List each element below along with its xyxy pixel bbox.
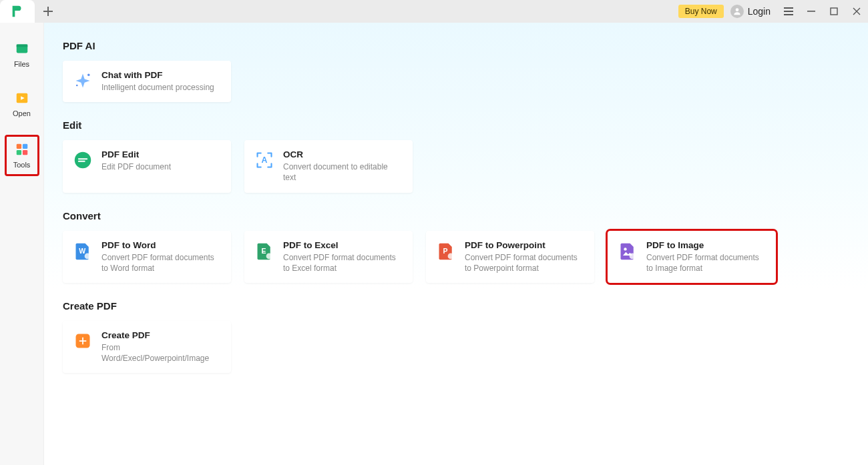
plus-icon (43, 7, 53, 16)
open-icon (15, 91, 29, 105)
svg-point-22 (624, 248, 626, 250)
svg-point-0 (735, 8, 738, 11)
sidebar: Files Open Tools (0, 23, 44, 465)
card-pdf-to-excel[interactable]: E PDF to Excel Convert PDF format docume… (244, 231, 413, 283)
card-create-pdf[interactable]: Create PDF From Word/Execl/Powerpoint/Im… (63, 321, 231, 373)
card-title: Create PDF (101, 330, 220, 340)
card-chat-with-pdf[interactable]: Chat with PDF Intelligent document proce… (63, 61, 231, 102)
sidebar-item-files[interactable]: Files (5, 36, 39, 73)
card-title: PDF to Excel (283, 240, 402, 250)
app-tab[interactable] (0, 0, 35, 23)
svg-point-19 (266, 253, 272, 259)
image-icon (618, 242, 637, 260)
avatar-icon (730, 5, 744, 18)
cards-pdfai: Chat with PDF Intelligent document proce… (63, 61, 849, 102)
cards-convert: W PDF to Word Convert PDF format documen… (63, 231, 849, 283)
cards-edit: PDF Edit Edit PDF document A OCR Convert… (63, 140, 849, 192)
close-icon (853, 7, 861, 15)
maximize-button[interactable] (823, 1, 845, 21)
card-text: PDF to Image Convert PDF format document… (646, 240, 765, 274)
card-text: Chat with PDF Intelligent document proce… (101, 70, 220, 93)
ocr-icon: A (255, 151, 274, 169)
svg-rect-2 (831, 8, 837, 15)
login-button[interactable]: Login (730, 5, 771, 18)
card-text: PDF to Powerpoint Convert PDF format doc… (465, 240, 584, 274)
app-logo-icon (10, 4, 25, 19)
create-pdf-icon (73, 332, 92, 350)
sidebar-item-open[interactable]: Open (5, 85, 39, 123)
content: PDF AI Chat with PDF Intelligent documen… (44, 23, 868, 465)
svg-rect-8 (22, 144, 27, 149)
card-title: Chat with PDF (101, 70, 220, 80)
card-text: PDF to Excel Convert PDF format document… (283, 240, 402, 274)
sidebar-item-label: Files (14, 60, 29, 68)
tools-icon (15, 142, 29, 157)
card-title: PDF to Image (646, 240, 765, 250)
svg-rect-10 (22, 150, 27, 155)
svg-point-17 (85, 253, 91, 259)
card-title: PDF to Powerpoint (465, 240, 584, 250)
minimize-button[interactable] (800, 1, 823, 21)
section-title-create: Create PDF (63, 300, 849, 312)
pdf-edit-icon (73, 151, 92, 169)
card-title: PDF to Word (101, 240, 220, 250)
card-desc: Convert PDF format documents to Word for… (101, 252, 220, 274)
card-desc: Convert PDF format documents to Image fo… (646, 252, 765, 274)
word-icon: W (73, 242, 92, 260)
sparkle-icon (73, 71, 92, 90)
cards-create: Create PDF From Word/Execl/Powerpoint/Im… (63, 321, 849, 373)
menu-button[interactable] (777, 1, 800, 21)
svg-text:W: W (79, 247, 85, 255)
workspace: Files Open Tools PDF AI (0, 23, 868, 465)
section-title-convert: Convert (63, 210, 849, 221)
section-title-edit: Edit (63, 119, 849, 131)
sidebar-item-label: Tools (13, 161, 31, 169)
section-title-pdfai: PDF AI (63, 40, 849, 51)
sidebar-item-label: Open (13, 109, 31, 117)
svg-marker-11 (76, 74, 90, 88)
titlebar: Buy Now Login (0, 0, 868, 23)
minimize-icon (807, 7, 815, 15)
svg-point-12 (87, 74, 90, 77)
files-icon (15, 41, 29, 56)
hamburger-icon (784, 7, 793, 15)
svg-rect-1 (807, 11, 815, 12)
svg-text:A: A (262, 156, 268, 165)
card-title: PDF Edit (101, 149, 220, 159)
svg-text:P: P (443, 247, 448, 255)
svg-point-21 (448, 253, 454, 259)
svg-rect-4 (16, 45, 27, 47)
card-text: OCR Convert document to editable text (283, 149, 402, 183)
maximize-icon (830, 7, 838, 15)
card-desc: Convert PDF format documents to Powerpoi… (465, 252, 584, 274)
login-label: Login (748, 6, 771, 17)
card-pdf-to-word[interactable]: W PDF to Word Convert PDF format documen… (63, 231, 231, 283)
card-desc: Convert PDF format documents to Excel fo… (283, 252, 402, 274)
card-ocr[interactable]: A OCR Convert document to editable text (244, 140, 413, 192)
card-text: Create PDF From Word/Execl/Powerpoint/Im… (101, 330, 220, 364)
card-pdf-to-powerpoint[interactable]: P PDF to Powerpoint Convert PDF format d… (426, 231, 594, 283)
card-pdf-edit[interactable]: PDF Edit Edit PDF document (63, 140, 231, 192)
svg-point-23 (630, 253, 636, 259)
card-pdf-to-image[interactable]: PDF to Image Convert PDF format document… (608, 231, 776, 283)
buy-now-button[interactable]: Buy Now (678, 5, 724, 18)
svg-rect-9 (16, 150, 21, 155)
card-title: OCR (283, 149, 402, 159)
powerpoint-icon: P (437, 242, 455, 260)
new-tab-button[interactable] (35, 0, 61, 23)
excel-icon: E (255, 242, 274, 260)
svg-text:E: E (262, 247, 266, 255)
svg-point-14 (75, 152, 91, 169)
card-desc: From Word/Execl/Powerpoint/Image (101, 342, 220, 364)
card-desc: Edit PDF document (101, 161, 220, 172)
card-desc: Intelligent document processing (101, 82, 220, 93)
sidebar-item-tools[interactable]: Tools (5, 135, 39, 176)
card-desc: Convert document to editable text (283, 161, 402, 183)
card-text: PDF Edit Edit PDF document (101, 149, 220, 172)
card-text: PDF to Word Convert PDF format documents… (101, 240, 220, 274)
svg-point-13 (76, 85, 78, 87)
svg-rect-7 (16, 144, 21, 149)
close-button[interactable] (845, 1, 868, 21)
